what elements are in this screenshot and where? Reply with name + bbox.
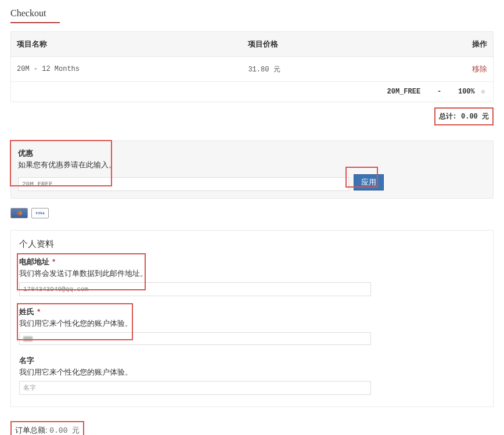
required-icon: * — [37, 308, 41, 317]
remove-item-link[interactable]: 移除 — [472, 64, 487, 73]
coupon-title: 优惠 — [18, 148, 486, 159]
discount-sep: - — [437, 88, 441, 96]
lastname-label: 姓氏 — [19, 307, 34, 316]
order-total-label: 订单总额: — [15, 426, 48, 434]
col-item-price: 项目价格 — [242, 32, 406, 57]
email-label: 电邮地址 — [19, 257, 49, 266]
lastname-hint: 我们用它来个性化您的账户体验。 — [19, 318, 485, 329]
coupon-panel: 优惠 如果您有优惠券请在此输入。 应用 — [10, 141, 494, 199]
personal-heading: 个人资料 — [19, 239, 485, 250]
page-title: Checkout — [10, 8, 494, 22]
col-item-name: 项目名称 — [11, 32, 243, 57]
email-hint: 我们将会发送订单数据到此邮件地址。 — [19, 268, 485, 279]
lastname-field-content[interactable] — [23, 336, 33, 341]
cart-table: 项目名称 项目价格 操作 20M - 12 Months 31.80 元 移除 — [10, 31, 494, 82]
firstname-hint: 我们用它来个性化您的账户体验。 — [19, 367, 485, 378]
total-amount: 0.00 元 — [461, 113, 489, 121]
coupon-input[interactable] — [18, 177, 349, 191]
applied-discount-row: 20M_FREE - 100% ⊘ — [10, 82, 494, 102]
firstname-block: 名字 我们用它来个性化您的账户体验。 — [19, 355, 485, 395]
discount-code: 20M_FREE — [387, 88, 421, 96]
email-block: 电邮地址 * 我们将会发送订单数据到此邮件地址。 — [19, 257, 485, 296]
title-underline — [10, 22, 60, 23]
personal-info-panel: 个人资料 电邮地址 * 我们将会发送订单数据到此邮件地址。 姓氏 * 我们用它来… — [10, 230, 494, 407]
discount-pct: 100% — [458, 88, 475, 96]
email-field[interactable] — [19, 282, 371, 296]
visa-icon: VISA — [31, 208, 49, 218]
firstname-field[interactable] — [19, 381, 371, 395]
col-item-action: 操作 — [406, 32, 494, 57]
firstname-label: 名字 — [19, 356, 34, 365]
mastercard-icon — [10, 208, 28, 218]
order-total-badge: 订单总额: 0.00 元 — [10, 421, 84, 435]
remove-discount-icon[interactable]: ⊘ — [481, 89, 485, 95]
lastname-block: 姓氏 * 我们用它来个性化您的账户体验。 — [19, 307, 485, 345]
item-name-cell: 20M - 12 Months — [11, 57, 243, 82]
total-label: 总计: — [439, 113, 457, 121]
payment-methods: VISA — [10, 208, 494, 218]
table-row: 20M - 12 Months 31.80 元 移除 — [11, 57, 494, 82]
order-total-amount: 0.00 元 — [49, 426, 80, 435]
required-icon: * — [52, 258, 56, 267]
coupon-hint: 如果您有优惠券请在此输入。 — [18, 160, 486, 170]
apply-button[interactable]: 应用 — [354, 174, 384, 190]
cart-total-badge: 总计: 0.00 元 — [434, 107, 494, 125]
item-price-cell: 31.80 元 — [242, 57, 406, 82]
